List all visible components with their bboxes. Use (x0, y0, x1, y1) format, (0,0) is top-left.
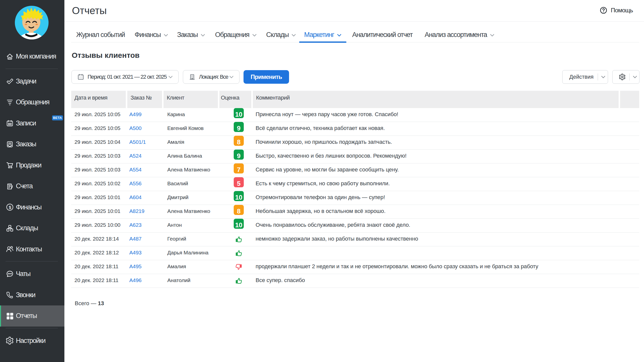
svg-text:$: $ (9, 205, 11, 210)
